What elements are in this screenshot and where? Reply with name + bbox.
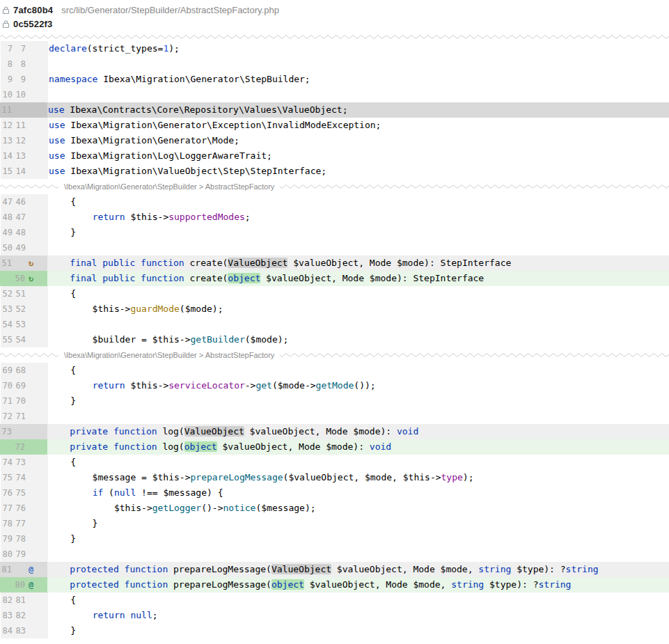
commit-hash-bottom: 0c5522f3 [13, 19, 53, 29]
code-text[interactable]: protected function prepareLogMessage(Val… [47, 562, 669, 577]
code-text[interactable] [48, 547, 669, 562]
code-text[interactable]: return $this->serviceLocator->get($mode-… [48, 378, 669, 393]
collapsed-region-separator[interactable]: \Ibexa\Migration\Generator\StepBuilder >… [0, 347, 669, 363]
code-line: 1211use Ibexa\Migration\Generator\Except… [0, 118, 669, 133]
line-number-new: 11 [15, 118, 26, 133]
code-text[interactable]: protected function prepareLogMessage(obj… [47, 577, 669, 592]
collapsed-region-separator[interactable] [0, 32, 669, 41]
code-text[interactable]: { [48, 592, 669, 608]
code-line: 4746 { [0, 194, 669, 210]
gutter: 4746 [1, 194, 48, 210]
gutter: 8382 [1, 608, 48, 623]
code-text[interactable]: $this->getLogger()->notice($message); [48, 501, 669, 516]
code-text[interactable]: return $this->supportedModes; [48, 210, 669, 225]
code-text[interactable]: declare(strict_types=1); [48, 41, 669, 56]
code-token: use [49, 150, 65, 161]
code-text[interactable]: $message = $this->prepareLogMessage($val… [48, 470, 669, 485]
code-text[interactable]: private function log(ValueObject $valueO… [47, 424, 669, 439]
line-number-old: 71 [1, 393, 13, 409]
code-text[interactable]: use Ibexa\Migration\Generator\Mode; [48, 133, 669, 148]
code-text[interactable]: $builder = $this->getBuilder($mode); [48, 332, 669, 347]
code-text[interactable]: final public function create(ValueObject… [47, 256, 669, 271]
code-text[interactable]: } [48, 225, 669, 240]
commit-icon [2, 6, 10, 15]
code-text[interactable]: final public function create(object $val… [47, 271, 669, 286]
line-number-new: 8 [15, 56, 26, 72]
code-token: { [49, 365, 76, 375]
code-token: return [93, 380, 125, 391]
circular-arrow-icon[interactable]: ↻ [29, 259, 33, 267]
code-token: $valueObject, Mode $mode): [217, 441, 370, 452]
code-text[interactable]: return null; [48, 608, 669, 623]
code-text[interactable]: use Ibexa\Migration\Generator\Exception\… [48, 118, 669, 133]
line-number-old: 54 [1, 317, 13, 332]
gutter: 7978 [1, 531, 48, 547]
code-token [48, 441, 70, 452]
at-sign-icon[interactable]: @ [29, 565, 33, 574]
code-token: void [397, 426, 418, 437]
code-token [48, 273, 70, 283]
code-line: 1312use Ibexa\Migration\Generator\Mode; [0, 133, 669, 148]
code-line: 5554 $builder = $this->getBuilder($mode)… [0, 332, 669, 347]
code-text[interactable]: } [48, 531, 669, 547]
commit-row-top: 7afc80b4 src/lib/Generator/StepBuilder/A… [0, 3, 669, 17]
collapsed-region-separator[interactable]: \Ibexa\Migration\Generator\StepBuilder >… [0, 179, 669, 194]
code-text[interactable]: use Ibexa\Migration\ValueObject\Step\Ste… [48, 164, 669, 179]
line-number-new: 77 [15, 516, 26, 531]
diff-viewer-window: 7afc80b4 src/lib/Generator/StepBuilder/A… [0, 0, 669, 638]
gutter: 7574 [1, 470, 48, 485]
code-token: Ibexa\Migration\Generator\Mode; [65, 135, 239, 146]
code-text[interactable]: private function log(object $valueObject… [47, 439, 669, 455]
circular-arrow-icon[interactable]: ↻ [29, 274, 33, 283]
line-number-old: 11 [0, 105, 12, 115]
code-text[interactable]: } [48, 623, 669, 638]
code-token: prepareLogMessage( [168, 564, 271, 574]
code-text[interactable] [48, 409, 669, 424]
code-text[interactable]: namespace Ibexa\Migration\Generator\Step… [48, 72, 669, 87]
code-text[interactable]: $this->guardMode($mode); [48, 301, 669, 317]
code-token: prepareLogMessage [191, 472, 283, 482]
code-token: $type): ? [511, 564, 565, 574]
code-token: return [93, 212, 125, 222]
code-token: object [228, 273, 260, 283]
code-token: $this-> [125, 212, 169, 222]
at-sign-icon[interactable]: @ [29, 581, 33, 589]
code-token [119, 564, 125, 574]
code-text[interactable]: { [48, 455, 669, 470]
gutter: 5453 [1, 317, 48, 332]
code-token: use [48, 104, 64, 115]
code-text[interactable]: use Ibexa\Contracts\Core\Repository\Valu… [47, 102, 669, 118]
line-number-new: 7 [15, 41, 26, 56]
code-token: private [70, 426, 108, 437]
gutter: 1312 [1, 133, 48, 148]
code-text[interactable] [48, 87, 669, 102]
code-text[interactable]: } [48, 516, 669, 531]
code-token: (strict_types= [87, 43, 164, 54]
code-text[interactable]: { [48, 194, 669, 210]
code-line: 7978 } [0, 531, 669, 547]
code-text[interactable]: use Ibexa\Migration\Log\LoggerAwareTrait… [48, 148, 669, 164]
code-token: { [49, 457, 76, 467]
code-text[interactable]: { [48, 286, 669, 301]
code-token: object [184, 441, 217, 452]
line-number-old: 15 [1, 164, 13, 179]
code-text[interactable] [48, 240, 669, 256]
code-token: getBuilder [191, 334, 245, 345]
code-token: create( [184, 258, 228, 268]
code-token: if [93, 487, 104, 498]
code-text[interactable]: if (null !== $message) { [48, 485, 669, 501]
line-number-old: 81 [0, 565, 12, 574]
code-text[interactable] [48, 56, 669, 72]
line-number-new: 52 [15, 301, 26, 317]
code-token: $message = $this-> [49, 472, 191, 482]
code-token: ($mode); [180, 304, 223, 314]
code-token [108, 426, 113, 437]
code-token: Ibexa\Migration\Generator\StepBuilder; [97, 74, 310, 84]
code-token: ValueObject [228, 258, 288, 268]
gutter: 4948 [1, 225, 48, 240]
code-text[interactable]: { [48, 363, 669, 378]
code-text[interactable]: } [48, 393, 669, 409]
code-token: use [49, 120, 65, 130]
code-text[interactable] [48, 317, 669, 332]
gutter: 80@ [0, 577, 47, 592]
